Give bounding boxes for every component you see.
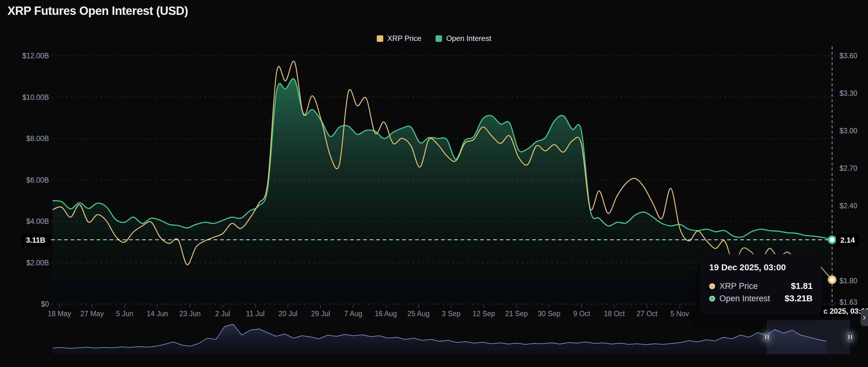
y-axis-left-label: $6.00B <box>0 176 49 185</box>
x-axis-ticks <box>59 305 680 308</box>
tooltip-row-open-interest: Open Interest $3.21B <box>709 292 813 305</box>
y-axis-right-label: $2.70 <box>839 164 858 173</box>
chevron-right-icon: › <box>863 312 866 322</box>
navigator-selection <box>767 320 850 354</box>
y-axis-left-label: $2.00B <box>0 258 49 267</box>
navigator-mini-chart <box>53 320 850 354</box>
tooltip-value: $1.81 <box>791 281 813 291</box>
tooltip-row-xrp-price: XRP Price $1.81 <box>709 280 813 292</box>
open-interest-marker <box>829 236 836 243</box>
expand-panel-button[interactable]: › <box>861 309 868 326</box>
y-axis-right-label: $1.80 <box>839 277 858 285</box>
open-interest-current-badge: 3.11B <box>21 234 50 247</box>
xrp-price-dot-icon <box>709 283 715 289</box>
y-axis-left-label: $10.00B <box>0 93 49 102</box>
y-axis-right-label: $1.63 <box>839 298 858 307</box>
y-axis-right-label: $3.60 <box>839 52 858 60</box>
x-axis-label: 5 Nov <box>658 309 702 318</box>
y-axis-right-label: $3.00 <box>839 126 858 135</box>
open-interest-dot-icon <box>709 296 715 302</box>
y-axis-left-label: $4.00B <box>0 217 49 226</box>
xrp-price-marker <box>829 276 836 283</box>
y-axis-right-label: $3.30 <box>839 89 858 97</box>
tooltip-date: 19 Dec 2025, 03:00 <box>709 262 813 273</box>
y-axis-left-label: $8.00B <box>0 134 49 143</box>
y-axis-left-label: $0 <box>0 300 49 308</box>
navigator-right-handle[interactable] <box>846 332 854 342</box>
xrp-open-interest-dashboard: XRP Futures Open Interest (USD) XRP Pric… <box>0 0 868 367</box>
right-axis-current-badge: 2.14 <box>836 234 859 247</box>
y-axis-right-label: $2.40 <box>839 201 858 210</box>
tooltip-value: $3.21B <box>785 293 813 304</box>
tooltip-label: XRP Price <box>719 281 758 291</box>
tooltip-label: Open Interest <box>719 294 770 304</box>
chart-tooltip: 19 Dec 2025, 03:00 XRP Price $1.81 Open … <box>701 254 821 314</box>
y-axis-left-label: $12.00B <box>0 52 49 60</box>
navigator-left-handle[interactable] <box>763 332 771 342</box>
